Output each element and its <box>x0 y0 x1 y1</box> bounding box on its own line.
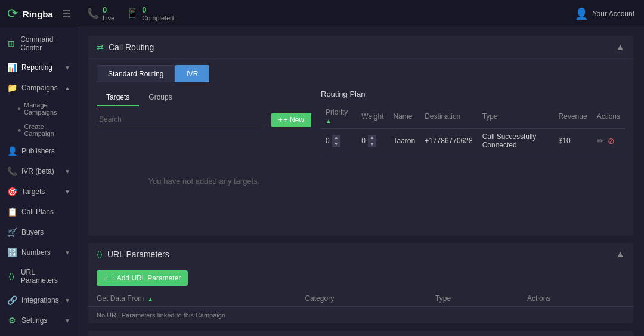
completed-label: Completed <box>142 14 174 21</box>
col-revenue: Revenue <box>554 104 592 129</box>
targets-tabs: Targets Groups <box>97 90 311 106</box>
live-status: 📞 0 Live <box>87 5 114 21</box>
col-name: Name <box>389 104 420 129</box>
weight-down[interactable]: ▼ <box>368 141 376 147</box>
sidebar-item-campaigns[interactable]: 📁 Campaigns ▲ <box>0 78 78 98</box>
sidebar-label-campaigns: Campaigns <box>21 84 58 92</box>
reporting-chevron: ▼ <box>64 64 70 71</box>
integrations-chevron: ▼ <box>64 297 70 304</box>
edit-action-icon[interactable]: ✏ <box>597 136 604 146</box>
cell-actions: ✏ ⊘ <box>592 129 625 153</box>
sidebar-label-url-parameters: URL Parameters <box>21 268 70 285</box>
routing-plan: Routing Plan Priority ▲ Weight Name Dest… <box>321 90 625 229</box>
sidebar-label-command-center: Command Center <box>20 35 70 52</box>
weight-up[interactable]: ▲ <box>368 135 376 141</box>
call-routing-header: ⇄ Call Routing ▲ <box>88 36 633 59</box>
routing-plan-title: Routing Plan <box>321 90 625 98</box>
col-actions: Actions <box>592 104 625 129</box>
campaigns-icon: 📁 <box>7 83 17 93</box>
call-routing-title: Call Routing <box>109 42 154 52</box>
main-content: ⇄ Call Routing ▲ Standard Routing IVR Ta… <box>78 27 644 336</box>
routing-tabs: Standard Routing IVR <box>88 59 633 82</box>
url-table-header-row: Get Data From ▲ Category Type Actions <box>88 291 633 307</box>
sidebar-item-reporting[interactable]: 📊 Reporting ▼ <box>0 57 78 78</box>
sub-dot-create <box>18 129 21 132</box>
sidebar-item-settings[interactable]: ⚙ Settings ▼ <box>0 310 78 331</box>
sub-dot-manage <box>18 107 20 110</box>
sidebar-sub-manage-campaigns[interactable]: Manage Campaigns <box>0 98 78 119</box>
settings-icon: ⚙ <box>7 316 17 325</box>
sidebar-item-publishers[interactable]: 👤 Publishers <box>0 141 78 161</box>
sidebar-label-manage-campaigns: Manage Campaigns <box>24 101 70 116</box>
call-routing-collapse[interactable]: ▲ <box>615 42 625 53</box>
tab-ivr[interactable]: IVR <box>175 65 209 82</box>
sidebar-item-logout[interactable]: ⏏ Logout <box>0 331 78 336</box>
url-params-icon: ⟨⟩ <box>7 272 16 281</box>
user-icon: 👤 <box>575 7 588 20</box>
integrations-icon: 🔗 <box>7 295 17 305</box>
user-account[interactable]: 👤 Your Account <box>575 7 634 20</box>
priority-down[interactable]: ▼ <box>332 141 340 147</box>
call-plans-icon: 📋 <box>7 207 17 217</box>
new-button[interactable]: + + New <box>271 113 311 127</box>
tab-standard-routing[interactable]: Standard Routing <box>97 65 175 82</box>
live-count: 0 <box>103 5 114 14</box>
col-type: Type <box>478 104 554 129</box>
url-parameters-section: ⟨⟩ URL Parameters ▲ + + Add URL Paramete… <box>88 243 633 323</box>
sidebar-item-numbers[interactable]: 🔢 Numbers ▼ <box>0 242 78 263</box>
weight-spinner[interactable]: ▲ ▼ <box>368 135 376 147</box>
url-params-section-icon: ⟨⟩ <box>97 250 103 259</box>
phone-live-icon: 📞 <box>87 8 99 19</box>
delete-action-icon[interactable]: ⊘ <box>608 136 615 146</box>
sidebar: ⟳ Ringba ☰ ⊞ Command Center 📊 Reporting … <box>0 0 78 336</box>
sidebar-item-call-plans[interactable]: 📋 Call Plans <box>0 202 78 222</box>
plus-icon-url: + <box>104 274 108 282</box>
routing-table: Priority ▲ Weight Name Destination Type … <box>321 104 625 153</box>
url-col-get-data: Get Data From ▲ <box>88 291 296 307</box>
sidebar-label-ivr: IVR (beta) <box>21 167 54 175</box>
tab-groups[interactable]: Groups <box>139 90 181 106</box>
publishers-icon: 👤 <box>7 146 17 156</box>
sidebar-label-integrations: Integrations <box>21 296 59 304</box>
cell-revenue: $10 <box>554 129 592 153</box>
priority-spinner[interactable]: ▲ ▼ <box>332 135 340 147</box>
col-weight: Weight <box>357 104 388 129</box>
targets-panel: Targets Groups + + New You have not adde… <box>97 90 311 229</box>
url-parameters-title: URL Parameters <box>107 249 169 259</box>
cell-priority: 0 ▲ ▼ <box>321 129 357 153</box>
sidebar-item-buyers[interactable]: 🛒 Buyers <box>0 222 78 242</box>
live-label: Live <box>103 14 114 21</box>
url-parameters-collapse[interactable]: ▲ <box>615 249 625 260</box>
sidebar-label-buyers: Buyers <box>21 228 44 236</box>
cell-destination: +17786770628 <box>420 129 477 153</box>
numbers-icon: 🔢 <box>7 248 17 257</box>
logo-text: Ringba <box>23 9 53 19</box>
url-col-actions: Actions <box>519 291 633 307</box>
cell-weight: 0 ▲ ▼ <box>357 129 388 153</box>
logo-icon: ⟳ <box>7 6 18 21</box>
tab-targets[interactable]: Targets <box>97 90 139 106</box>
add-url-parameter-button[interactable]: + + Add URL Parameter <box>97 270 188 286</box>
completed-count: 0 <box>142 5 174 14</box>
campaigns-chevron: ▲ <box>64 85 70 91</box>
sidebar-sub-create-campaign[interactable]: Create Campaign <box>0 119 78 141</box>
sidebar-label-publishers: Publishers <box>21 147 55 155</box>
table-row: No URL Parameters linked to this Campaig… <box>88 307 633 324</box>
sidebar-item-command-center[interactable]: ⊞ Command Center <box>0 30 78 57</box>
plus-icon: + <box>278 116 283 124</box>
hamburger-icon[interactable]: ☰ <box>62 8 70 20</box>
sidebar-label-create-campaign: Create Campaign <box>24 123 71 137</box>
url-col-type: Type <box>427 291 519 307</box>
sidebar-item-ivr[interactable]: 📞 IVR (beta) ▼ <box>0 161 78 181</box>
search-input[interactable] <box>97 112 267 127</box>
tracking-pixels-header: ⚙ Tracking Pixels ▲ <box>88 331 633 336</box>
url-parameters-table: Get Data From ▲ Category Type Actions No… <box>88 291 633 323</box>
sidebar-item-targets[interactable]: 🎯 Targets ▼ <box>0 181 78 202</box>
empty-targets-message: You have not added any targets. <box>97 133 311 229</box>
sidebar-item-url-parameters[interactable]: ⟨⟩ URL Parameters <box>0 263 78 290</box>
routing-body: Targets Groups + + New You have not adde… <box>88 82 633 236</box>
cell-type: Call Successfully Connected <box>478 129 554 153</box>
sidebar-item-integrations[interactable]: 🔗 Integrations ▼ <box>0 290 78 310</box>
priority-up[interactable]: ▲ <box>332 135 340 141</box>
user-label: Your Account <box>593 10 634 18</box>
